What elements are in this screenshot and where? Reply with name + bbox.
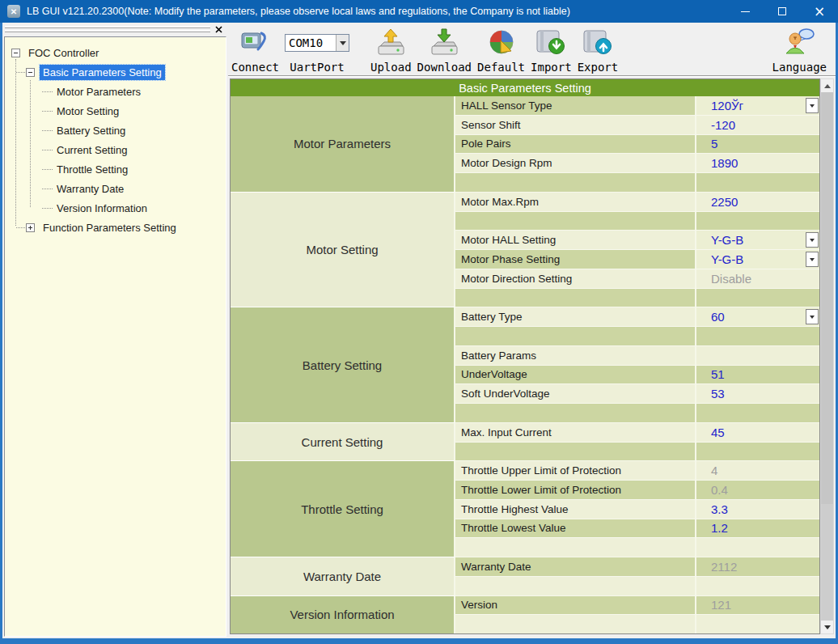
tree-item-version-information[interactable]: Version Information bbox=[5, 198, 226, 218]
toolbar-button-export[interactable]: Export bbox=[578, 25, 619, 74]
param-value-text: Y-G-B bbox=[711, 233, 743, 247]
tree-item-motor-parameters[interactable]: Motor Parameters bbox=[5, 82, 226, 101]
dropdown-button[interactable] bbox=[806, 252, 819, 267]
panel-close-button[interactable] bbox=[214, 24, 224, 35]
tree-item-function-parameters-setting[interactable]: Function Parameters Setting bbox=[5, 218, 226, 237]
param-value-cell bbox=[696, 289, 819, 307]
minimize-button[interactable] bbox=[726, 0, 764, 23]
param-value-text: Disable bbox=[711, 272, 751, 286]
dropdown-button[interactable] bbox=[806, 232, 819, 248]
param-name-cell: Motor Phase Setting bbox=[455, 250, 696, 269]
collapse-icon[interactable] bbox=[11, 49, 20, 57]
section-motor-parameters: Motor ParametersHALL Sensor Type120ЎгSen… bbox=[231, 96, 819, 193]
param-name-cell: Motor Direction Setting bbox=[455, 269, 696, 288]
panel-grip[interactable] bbox=[2, 23, 228, 36]
toolbar-button-uartport[interactable]: COM10UartPort bbox=[285, 25, 349, 74]
close-button[interactable]: × bbox=[801, 0, 838, 23]
param-value-cell[interactable]: 53 bbox=[696, 384, 819, 403]
tree-item-label: Current Setting bbox=[53, 142, 130, 158]
toolbar-button-language[interactable]: Language bbox=[772, 25, 827, 74]
grip-line bbox=[5, 26, 210, 28]
vertical-scrollbar[interactable] bbox=[820, 78, 834, 634]
toolbar-label: Connect bbox=[231, 61, 279, 74]
param-value-cell[interactable]: Y-G-B bbox=[696, 250, 819, 269]
toolbar-button-connect[interactable]: Connect bbox=[231, 25, 279, 74]
upload-icon bbox=[374, 25, 408, 61]
section-label: Motor Setting bbox=[231, 193, 455, 308]
param-name-cell bbox=[455, 615, 696, 633]
param-name-cell bbox=[455, 538, 696, 557]
param-name-cell bbox=[455, 212, 696, 231]
toolbar-button-import[interactable]: Import bbox=[531, 25, 572, 74]
tree-item-label: Function Parameters Setting bbox=[40, 220, 180, 235]
param-name-cell: UnderVoltage bbox=[455, 366, 696, 384]
param-value-cell[interactable]: 2112 bbox=[696, 557, 819, 576]
param-value-cell[interactable]: 1890 bbox=[696, 154, 819, 172]
param-name-cell: Throttle Lower Limit of Protection bbox=[455, 481, 696, 499]
toolbar-button-upload[interactable]: Upload bbox=[370, 25, 412, 74]
tree-item-basic-parameters-setting[interactable]: Basic Parameters Setting bbox=[5, 62, 226, 82]
dropdown-button[interactable] bbox=[806, 98, 819, 113]
uart-port-slot: COM10 bbox=[285, 25, 349, 61]
minimize-icon bbox=[741, 11, 750, 12]
tree-item-warranty-date[interactable]: Warranty Date bbox=[5, 179, 226, 198]
section-throttle-setting: Throttle SettingThrottle Upper Limit of … bbox=[231, 461, 819, 557]
table-row-empty bbox=[455, 538, 819, 557]
param-value-cell[interactable]: 2250 bbox=[696, 193, 819, 211]
expand-icon[interactable] bbox=[26, 223, 35, 232]
dropdown-button[interactable] bbox=[336, 35, 349, 51]
toolbar-button-default[interactable]: Default bbox=[477, 25, 525, 74]
param-value-cell[interactable]: 121 bbox=[696, 596, 819, 615]
param-name-cell: Motor Max.Rpm bbox=[455, 193, 696, 211]
chevron-up-icon bbox=[824, 84, 831, 88]
chevron-down-icon bbox=[810, 239, 815, 242]
param-value-cell[interactable]: 5 bbox=[696, 135, 819, 154]
app-icon: ✕ bbox=[7, 5, 20, 18]
param-value-cell[interactable]: -120 bbox=[696, 116, 819, 134]
table-row: Throttle Highest Value3.3 bbox=[455, 500, 819, 519]
param-value-cell[interactable]: 120Ўг bbox=[696, 96, 819, 115]
dropdown-button[interactable] bbox=[806, 309, 819, 324]
tree-item-motor-setting[interactable]: Motor Setting bbox=[5, 101, 226, 121]
section-label: Motor Parameters bbox=[231, 96, 455, 193]
collapse-icon[interactable] bbox=[26, 68, 35, 77]
table-row: Motor HALL SettingY-G-B bbox=[455, 231, 819, 250]
scroll-up-button[interactable] bbox=[821, 79, 833, 92]
toolbar: ConnectCOM10UartPortUploadDownloadDefaul… bbox=[228, 23, 836, 76]
section-rows: Battery Type60Battery ParamsUnderVoltage… bbox=[455, 307, 819, 423]
param-name-cell bbox=[455, 327, 696, 345]
maximize-button[interactable] bbox=[764, 0, 801, 23]
tree-item-battery-setting[interactable]: Battery Setting bbox=[5, 121, 226, 140]
tree-item-current-setting[interactable]: Current Setting bbox=[5, 140, 226, 159]
uart-port-value: COM10 bbox=[286, 36, 336, 49]
param-name-cell: Sensor Shift bbox=[455, 116, 696, 134]
toolbar-label: Export bbox=[578, 61, 619, 74]
scrollbar-thumb[interactable] bbox=[821, 92, 833, 504]
section-rows: Version121 bbox=[455, 596, 819, 634]
param-value-cell[interactable]: 45 bbox=[696, 423, 819, 442]
param-value-text: 121 bbox=[711, 598, 731, 612]
param-value-cell[interactable]: Disable bbox=[696, 269, 819, 288]
section-label: Current Setting bbox=[231, 423, 455, 462]
section-rows: Warranty Date2112 bbox=[455, 557, 819, 596]
connect-icon bbox=[239, 25, 272, 61]
toolbar-button-download[interactable]: Download bbox=[417, 25, 472, 74]
param-value-cell[interactable]: 1.2 bbox=[696, 519, 819, 538]
table-row-empty bbox=[455, 577, 819, 596]
scroll-down-button[interactable] bbox=[821, 621, 833, 633]
tree-item-throttle-setting[interactable]: Throttle Setting bbox=[5, 159, 226, 179]
table-row: Warranty Date2112 bbox=[455, 557, 819, 577]
scrollbar-track[interactable] bbox=[821, 92, 833, 621]
param-value-cell[interactable]: 4 bbox=[696, 461, 819, 480]
param-value-cell[interactable]: 60 bbox=[696, 307, 819, 326]
download-icon bbox=[427, 25, 461, 61]
chevron-down-icon bbox=[810, 258, 815, 261]
param-value-cell[interactable]: 0.4 bbox=[696, 481, 819, 499]
param-value-cell[interactable]: 3.3 bbox=[696, 500, 819, 519]
tree-item-foc-controller[interactable]: FOC Controller bbox=[5, 43, 226, 62]
uart-port-combobox[interactable]: COM10 bbox=[285, 34, 349, 52]
param-value-cell[interactable]: 51 bbox=[696, 366, 819, 384]
param-name-cell: Version bbox=[455, 596, 696, 615]
param-value-cell[interactable]: Y-G-B bbox=[696, 231, 819, 249]
parameter-view: Basic Parameters Setting Motor Parameter… bbox=[228, 76, 836, 638]
